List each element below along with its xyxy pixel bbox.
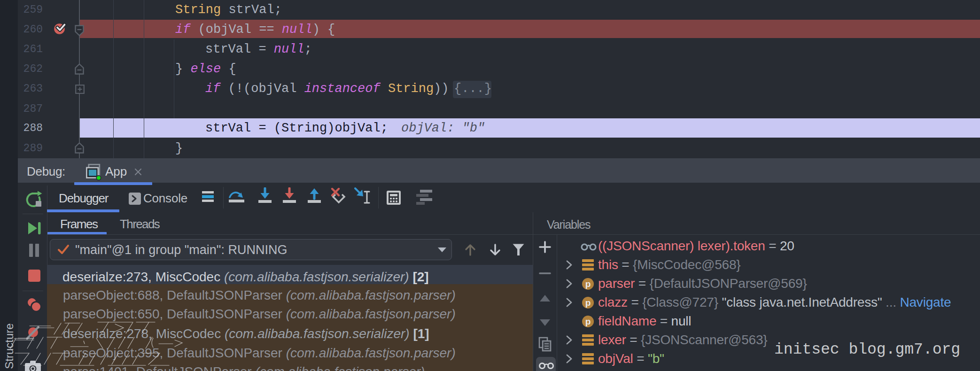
svg-text:p: p	[585, 317, 591, 326]
svg-text:p: p	[585, 298, 591, 308]
svg-text:p: p	[585, 279, 591, 289]
